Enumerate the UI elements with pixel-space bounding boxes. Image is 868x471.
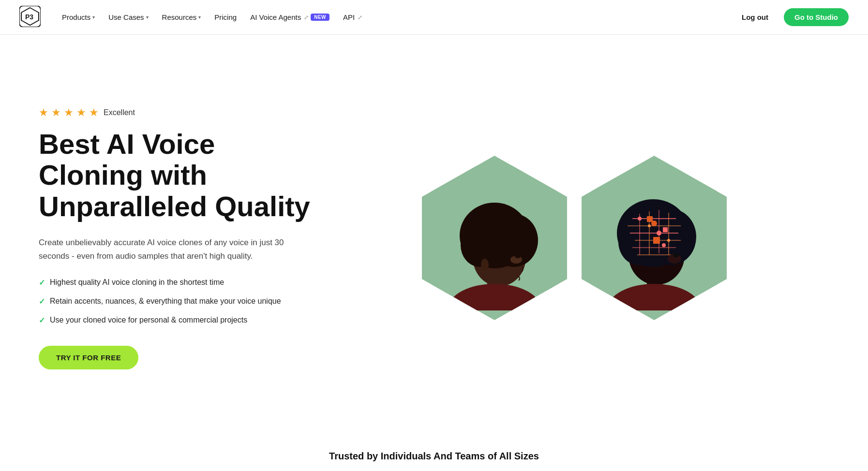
nav-products[interactable]: Products ▾ — [56, 9, 101, 25]
portrait-circuit-wrapper — [582, 156, 727, 320]
feature-item: ✓ Highest quality AI voice cloning in th… — [39, 277, 319, 289]
check-icon: ✓ — [39, 296, 45, 308]
hex-portrait-natural — [422, 156, 567, 320]
star-5: ★ — [89, 106, 99, 119]
svg-point-31 — [638, 217, 642, 221]
logout-button[interactable]: Log out — [736, 9, 774, 25]
svg-rect-38 — [663, 227, 668, 232]
hero-images — [319, 156, 829, 320]
svg-point-32 — [648, 224, 651, 227]
check-icon: ✓ — [39, 277, 45, 289]
nav-right: Log out Go to Studio — [736, 8, 849, 26]
hero-section: ★ ★ ★ ★ ★ Excellent Best AI Voice Clonin… — [0, 35, 868, 431]
svg-point-41 — [673, 253, 679, 257]
portrait-natural-wrapper — [422, 156, 567, 320]
svg-rect-37 — [647, 216, 653, 222]
nav-api[interactable]: API ⤢ — [337, 9, 368, 25]
chevron-down-icon: ▾ — [198, 15, 201, 20]
feature-item: ✓ Use your cloned voice for personal & c… — [39, 314, 319, 326]
chevron-down-icon: ▾ — [92, 15, 95, 20]
hero-features: ✓ Highest quality AI voice cloning in th… — [39, 277, 319, 326]
svg-point-36 — [662, 243, 666, 247]
nav-pricing[interactable]: Pricing — [209, 9, 242, 25]
svg-rect-39 — [653, 237, 660, 244]
external-link-icon: ⤢ — [358, 14, 362, 21]
trusted-title: Trusted by Individuals And Teams of All … — [39, 451, 829, 462]
nav-ai-voice-agents[interactable]: AI Voice Agents ⤢ NEW — [244, 9, 335, 25]
star-3: ★ — [64, 106, 74, 119]
star-2: ★ — [51, 106, 61, 119]
feature-item: ✓ Retain accents, nuances, & everything … — [39, 295, 319, 308]
star-1: ★ — [39, 106, 48, 119]
rating-label: Excellent — [104, 108, 135, 117]
trusted-section: Trusted by Individuals And Teams of All … — [0, 431, 868, 471]
check-icon: ✓ — [39, 315, 45, 326]
rating-stars: ★ ★ ★ ★ ★ Excellent — [39, 106, 319, 119]
navigation: P3 Products ▾ Use Cases ▾ Resources ▾ Pr… — [0, 0, 868, 35]
external-link-icon: ⤢ — [304, 14, 309, 21]
svg-point-9 — [461, 223, 499, 267]
hero-title: Best AI Voice Cloning with Unparalleled … — [39, 129, 319, 223]
svg-point-11 — [515, 254, 521, 258]
hero-description: Create unbelievably accurate AI voice cl… — [39, 236, 290, 263]
try-free-button[interactable]: TRY IT FOR FREE — [39, 346, 138, 369]
svg-point-34 — [667, 239, 670, 242]
hero-content: ★ ★ ★ ★ ★ Excellent Best AI Voice Clonin… — [39, 106, 319, 370]
hex-portrait-circuit — [582, 156, 727, 320]
nav-links: Products ▾ Use Cases ▾ Resources ▾ Prici… — [56, 9, 736, 25]
chevron-down-icon: ▾ — [146, 15, 149, 20]
svg-point-12 — [481, 259, 489, 270]
nav-use-cases[interactable]: Use Cases ▾ — [103, 9, 154, 25]
logo[interactable]: P3 — [19, 6, 41, 29]
nav-resources[interactable]: Resources ▾ — [156, 9, 207, 25]
svg-text:P3: P3 — [25, 13, 33, 21]
goto-studio-button[interactable]: Go to Studio — [784, 8, 849, 26]
star-4: ★ — [76, 106, 86, 119]
svg-point-33 — [657, 231, 661, 236]
